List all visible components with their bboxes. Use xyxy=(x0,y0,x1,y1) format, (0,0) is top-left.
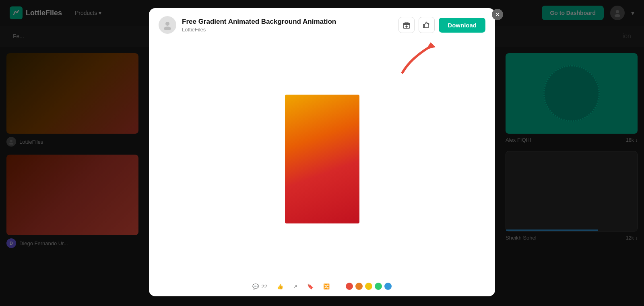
color-swatch-blue xyxy=(384,283,392,290)
comments-icon: 💬 xyxy=(252,283,259,289)
add-to-folder-button[interactable] xyxy=(398,17,415,33)
modal-body xyxy=(149,42,495,276)
like-button[interactable] xyxy=(419,17,435,33)
color-swatch-green xyxy=(375,283,382,290)
color-swatch-orange xyxy=(355,283,363,290)
color-swatches xyxy=(346,283,392,290)
animation-preview xyxy=(285,95,359,223)
remix-icon: 🔀 xyxy=(323,283,330,289)
share-group: ↗ xyxy=(293,283,297,289)
download-button[interactable]: Download xyxy=(439,18,485,33)
svg-point-4 xyxy=(165,22,169,26)
modal-title-area: Free Gradient Animated Background Animat… xyxy=(182,18,393,33)
comments-count: 22 xyxy=(261,283,267,289)
modal-close-outside-button[interactable]: ✕ xyxy=(492,9,503,20)
svg-point-5 xyxy=(164,27,171,30)
bookmark-icon: 🔖 xyxy=(307,283,314,289)
comments-group: 💬 22 xyxy=(252,283,267,289)
modal-title: Free Gradient Animated Background Animat… xyxy=(182,18,393,26)
modal: Free Gradient Animated Background Animat… xyxy=(149,8,495,296)
modal-actions: Download xyxy=(398,17,485,33)
color-swatch-yellow xyxy=(365,283,372,290)
share-icon: ↗ xyxy=(293,283,297,289)
modal-bottom: 💬 22 👍 ↗ 🔖 🔀 xyxy=(149,276,495,296)
color-swatch-red xyxy=(346,283,353,290)
like-icon: 👍 xyxy=(277,283,283,289)
modal-avatar xyxy=(159,16,176,34)
remix-group: 🔀 xyxy=(323,283,330,289)
likes-group: 👍 xyxy=(277,283,283,289)
modal-header: Free Gradient Animated Background Animat… xyxy=(149,8,495,42)
bookmark-group: 🔖 xyxy=(307,283,314,289)
modal-subtitle: LottieFiles xyxy=(182,27,393,33)
